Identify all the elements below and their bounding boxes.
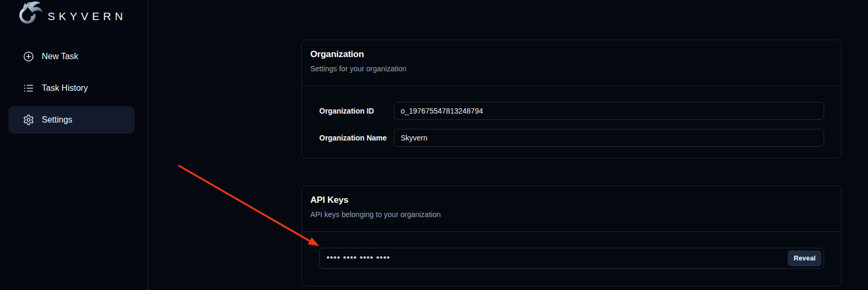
organization-name-label: Organization Name [319,134,394,142]
api-keys-card-subtitle: API keys belonging to your organization [310,210,833,219]
organization-card-title: Organization [310,49,833,60]
api-key-field-wrap: Reveal [319,248,824,269]
sidebar: SKYVERN New Task [0,0,148,290]
skyvern-dragon-logo-icon [15,0,43,31]
reveal-api-key-button[interactable]: Reveal [788,250,821,266]
sidebar-item-new-task[interactable]: New Task [8,43,135,70]
organization-name-input[interactable] [394,129,824,147]
brand: SKYVERN [0,0,147,30]
organization-card: Organization Settings for your organizat… [301,40,842,158]
annotation-arrow [179,166,319,246]
organization-id-row: Organization ID [319,102,824,120]
organization-card-header: Organization Settings for your organizat… [302,40,841,86]
organization-name-row: Organization Name [319,129,824,147]
sidebar-item-task-history[interactable]: Task History [8,74,135,102]
api-key-masked-input[interactable] [319,248,824,269]
api-keys-card-title: API Keys [310,195,833,205]
organization-card-subtitle: Settings for your organization [310,64,833,73]
organization-id-label: Organization ID [319,107,394,115]
sidebar-item-settings[interactable]: Settings [8,106,135,134]
list-icon [23,82,34,94]
sidebar-item-label: New Task [42,52,78,61]
annotation-arrow-shaft [179,166,311,242]
api-keys-card-header: API Keys API keys belonging to your orga… [302,186,841,232]
brand-wordmark: SKYVERN [48,10,126,23]
organization-id-input[interactable] [394,102,824,120]
sidebar-nav: New Task Task History [0,43,147,138]
sidebar-item-label: Task History [42,83,88,93]
organization-card-body: Organization ID Organization Name [302,86,841,147]
api-keys-card: API Keys API keys belonging to your orga… [301,185,842,286]
gear-icon [23,114,34,126]
sidebar-item-label: Settings [42,115,72,125]
plus-circle-icon [23,51,34,62]
api-keys-card-body: Reveal [302,232,841,269]
